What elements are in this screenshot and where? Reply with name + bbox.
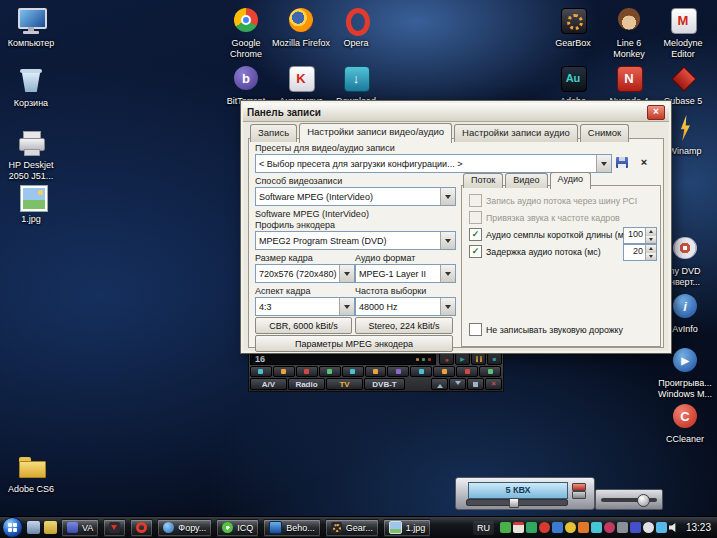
save-preset-button[interactable] <box>613 154 631 170</box>
video-bitrate-button[interactable]: CBR, 6000 kBit/s <box>255 317 352 334</box>
chevron-down-icon[interactable] <box>440 265 455 282</box>
taskbar-button-app[interactable] <box>103 519 126 537</box>
tv-tool-button[interactable] <box>479 366 501 377</box>
channel-up-button[interactable] <box>431 378 448 390</box>
desktop-icon-hp-printer[interactable]: HP Deskjet 2050 J51... <box>2 126 60 181</box>
tray-icon[interactable] <box>617 522 628 533</box>
chevron-down-icon[interactable] <box>596 155 611 172</box>
desktop-icon-line6-monkey[interactable]: Line 6 Monkey <box>600 4 658 59</box>
audio-format-combobox[interactable]: MPEG-1 Layer II <box>355 264 456 283</box>
tab-audio-settings[interactable]: Настройки записи аудио <box>454 124 578 142</box>
audio-delay-spinner[interactable]: 20 <box>623 244 657 261</box>
desktop-icon-recycle-bin[interactable]: Корзина <box>2 64 60 109</box>
sample-rate-combobox[interactable]: 48000 Hz <box>355 297 456 316</box>
tray-icon[interactable] <box>526 522 537 533</box>
osd-record-button[interactable] <box>572 483 586 491</box>
tray-icon[interactable] <box>565 522 576 533</box>
volume-icon[interactable] <box>669 522 680 533</box>
desktop-icon-adobe-cs6[interactable]: Adobe CS6 <box>2 450 60 495</box>
quick-launch-icon[interactable] <box>44 521 57 534</box>
tv-tool-button[interactable] <box>433 366 455 377</box>
taskbar-button-icq[interactable]: ICQ <box>216 519 259 537</box>
desktop-icon-gearbox[interactable]: GearBox <box>544 4 602 49</box>
taskbar-button-forum[interactable]: Фору... <box>157 519 212 537</box>
language-indicator[interactable]: RU <box>473 521 494 535</box>
tab-record[interactable]: Запись <box>250 124 297 142</box>
tv-tool-button[interactable] <box>273 366 295 377</box>
taskbar-clock[interactable]: 13:23 <box>686 522 711 533</box>
encoder-profile-combobox[interactable]: MPEG2 Program Stream (DVD) <box>255 231 456 250</box>
tv-tool-button[interactable] <box>456 366 478 377</box>
volume-knob[interactable] <box>637 494 650 507</box>
stop-button[interactable]: ■ <box>487 353 502 365</box>
desktop-icon-opera[interactable]: Opera <box>327 4 385 49</box>
close-button[interactable]: × <box>647 105 665 120</box>
tv-tool-button[interactable] <box>296 366 318 377</box>
tray-icon[interactable] <box>578 522 589 533</box>
tv-tool-button[interactable] <box>410 366 432 377</box>
tray-icon[interactable] <box>539 522 550 533</box>
checkbox-short-audio-samples[interactable]: ✓ Аудио семплы короткой длины (мс) <box>469 228 631 241</box>
channel-down-button[interactable] <box>449 378 466 390</box>
tray-icon[interactable] <box>513 522 524 533</box>
taskbar-button-behold[interactable]: Beho... <box>263 519 321 537</box>
desktop-icon-computer[interactable]: Компьютер <box>2 4 60 49</box>
desktop-icon-melodyne[interactable]: M Melodyne Editor <box>654 4 712 59</box>
desktop-icon-google-chrome[interactable]: Google Chrome <box>217 4 275 59</box>
osd-slider[interactable] <box>466 499 568 506</box>
chevron-down-icon[interactable] <box>440 298 455 315</box>
tv-tool-button[interactable] <box>250 366 272 377</box>
frame-size-combobox[interactable]: 720x576 (720x480) <box>255 264 355 283</box>
taskbar-button-gearbox[interactable]: Gear... <box>325 519 379 537</box>
taskbar-button-image[interactable]: 1.jpg <box>383 519 432 537</box>
tray-icon[interactable] <box>552 522 563 533</box>
tab-audio[interactable]: Аудио <box>550 172 591 189</box>
mpeg-params-button[interactable]: Параметры MPEG энкодера <box>255 335 453 352</box>
tv-tool-button[interactable] <box>365 366 387 377</box>
video-method-combobox[interactable]: Software MPEG (InterVideo) <box>255 187 456 206</box>
spinner-arrows[interactable] <box>645 245 656 260</box>
tab-video[interactable]: Видео <box>505 173 547 188</box>
start-button[interactable] <box>2 517 23 538</box>
tray-icon[interactable] <box>604 522 615 533</box>
tv-mode-button[interactable]: TV <box>326 378 363 390</box>
desktop-icon-firefox[interactable]: Mozilla Firefox <box>272 4 330 49</box>
desktop-icon-image-file[interactable]: 1.jpg <box>2 180 60 225</box>
audio-bitrate-button[interactable]: Stereo, 224 kBit/s <box>355 317 453 334</box>
tray-icon[interactable] <box>630 522 641 533</box>
short-samples-spinner[interactable]: 100 <box>623 227 657 244</box>
checkbox-no-audio-track[interactable]: Не записывать звуковую дорожку <box>469 323 623 336</box>
tray-icon[interactable] <box>500 522 511 533</box>
play-button[interactable]: ▶ <box>455 353 470 365</box>
quick-launch-icon[interactable] <box>27 521 40 534</box>
chevron-down-icon[interactable] <box>440 232 455 249</box>
taskbar-button-app[interactable] <box>130 519 153 537</box>
desktop-icon-ccleaner[interactable]: C CCleaner <box>656 400 714 445</box>
checkbox-pci-audio-stream[interactable]: Запись аудио потока через шину PCI <box>469 194 637 207</box>
tv-tool-button[interactable] <box>387 366 409 377</box>
osd-slider-thumb[interactable] <box>509 498 519 508</box>
dialog-titlebar[interactable]: Панель записи × <box>243 103 669 122</box>
tv-tool-button[interactable] <box>319 366 341 377</box>
aspect-combobox[interactable]: 4:3 <box>255 297 355 316</box>
chevron-down-icon[interactable] <box>339 298 354 315</box>
dvbt-mode-button[interactable]: DVB-T <box>364 378 405 390</box>
tray-icon[interactable] <box>656 522 667 533</box>
tray-icon[interactable] <box>643 522 654 533</box>
av-mode-button[interactable]: A/V <box>250 378 287 390</box>
radio-mode-button[interactable]: Radio <box>288 378 325 390</box>
tab-stream[interactable]: Поток <box>463 173 503 188</box>
checkbox-sound-framerate-link[interactable]: Привязка звука к частоте кадров <box>469 211 620 224</box>
chevron-down-icon[interactable] <box>339 265 354 282</box>
spinner-arrows[interactable] <box>645 228 656 243</box>
pause-button[interactable] <box>471 353 486 365</box>
settings-button[interactable] <box>467 378 484 390</box>
tray-icon[interactable] <box>591 522 602 533</box>
volume-slider[interactable] <box>601 498 657 502</box>
chevron-down-icon[interactable] <box>440 188 455 205</box>
osd-button[interactable] <box>572 491 586 499</box>
tab-video-audio-settings[interactable]: Настройки записи видео/аудио <box>299 123 452 143</box>
tab-snapshot[interactable]: Снимок <box>580 124 629 142</box>
taskbar-button-va[interactable]: VA <box>61 519 99 537</box>
tv-tool-button[interactable] <box>342 366 364 377</box>
